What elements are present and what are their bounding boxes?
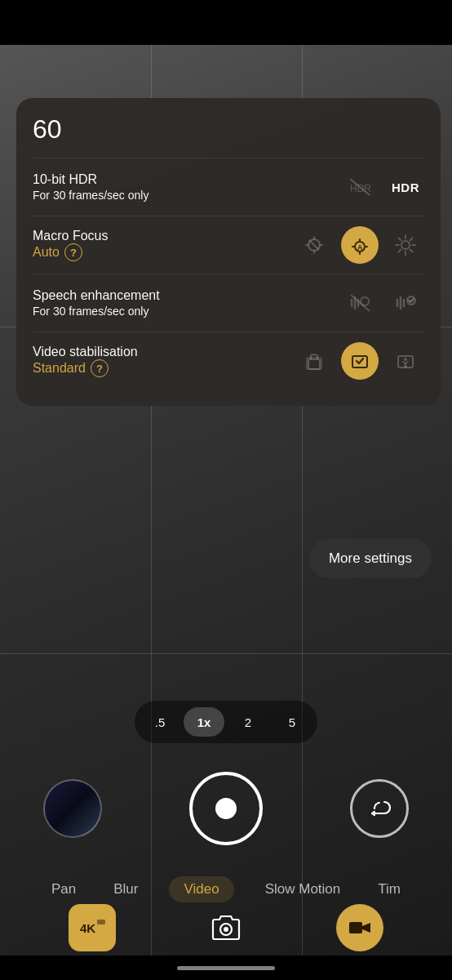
- svg-text:A: A: [357, 243, 363, 252]
- macro-focus-row: Macro Focus Auto ? A: [33, 216, 424, 274]
- stabilisation-off-btn[interactable]: [295, 342, 333, 380]
- camera-photo-icon: [208, 910, 244, 946]
- svg-point-18: [224, 927, 228, 932]
- svg-point-13: [404, 358, 407, 361]
- macro-settings-btn[interactable]: [387, 226, 424, 264]
- shutter-inner: [215, 798, 237, 819]
- status-bar: [0, 0, 452, 45]
- svg-point-5: [401, 241, 410, 249]
- resolution-badge: 4K: [69, 904, 116, 951]
- zoom-1x-btn[interactable]: 1x: [184, 707, 224, 737]
- mode-pan[interactable]: Pan: [45, 878, 82, 901]
- macro-focus-help[interactable]: ?: [64, 243, 82, 261]
- svg-rect-9: [308, 359, 320, 369]
- stabilisation-options: [295, 342, 424, 380]
- camera-controls: [0, 772, 452, 845]
- gallery-thumbnail[interactable]: [43, 779, 102, 838]
- flip-camera-button[interactable]: [350, 779, 409, 838]
- svg-text:4K: 4K: [80, 921, 95, 935]
- video-record-button[interactable]: [336, 904, 383, 951]
- fps-display: 60: [33, 114, 424, 145]
- speech-off-btn[interactable]: [341, 284, 379, 322]
- macro-auto-btn[interactable]: A: [341, 226, 379, 264]
- speech-options: [341, 284, 424, 322]
- hdr-options: HDR HDR: [341, 168, 424, 206]
- speech-enhancement-row: Speech enhancement For 30 frames/sec onl…: [33, 274, 424, 332]
- speech-label: Speech enhancement: [33, 288, 341, 303]
- mode-selector: Pan Blur Video Slow Motion Tim: [0, 876, 452, 902]
- stabilisation-active-btn[interactable]: [387, 342, 424, 380]
- zoom-0.5-btn[interactable]: .5: [140, 707, 180, 737]
- hdr-row: 10-bit HDR For 30 frames/sec only HDR HD…: [33, 158, 424, 216]
- zoom-2x-btn[interactable]: 2: [228, 707, 268, 737]
- stabilisation-label: Video stabilisation: [33, 345, 295, 359]
- macro-off-btn[interactable]: [295, 226, 333, 264]
- mode-blur[interactable]: Blur: [107, 878, 144, 901]
- 4k-icon: 4K: [74, 910, 110, 946]
- speech-subtitle: For 30 frames/sec only: [33, 305, 341, 318]
- macro-focus-options: A: [295, 226, 424, 264]
- hdr-off-btn[interactable]: HDR: [341, 168, 379, 206]
- speech-on-btn[interactable]: [387, 284, 424, 322]
- bottom-toolbar: 4K: [0, 904, 452, 951]
- hdr-subtitle: For 30 frames/sec only: [33, 189, 341, 202]
- stabilisation-standard-btn[interactable]: [341, 342, 379, 380]
- hdr-label: 10-bit HDR: [33, 172, 341, 187]
- video-stabilisation-row: Video stabilisation Standard ?: [33, 332, 424, 390]
- bottom-bar: [0, 956, 452, 980]
- more-settings-button[interactable]: More settings: [309, 539, 432, 578]
- home-indicator: [177, 966, 275, 970]
- zoom-controls: .5 1x 2 5: [135, 701, 317, 743]
- video-record-icon: [346, 914, 374, 942]
- macro-focus-value: Auto ?: [33, 243, 295, 261]
- shutter-button[interactable]: [189, 772, 263, 845]
- camera-photo-button[interactable]: [205, 906, 247, 949]
- flip-camera-icon: [365, 794, 394, 823]
- svg-rect-16: [97, 920, 105, 924]
- mode-slow-motion[interactable]: Slow Motion: [259, 878, 348, 901]
- settings-panel: 60 10-bit HDR For 30 frames/sec only HDR…: [16, 98, 441, 406]
- mode-video[interactable]: Video: [169, 876, 233, 902]
- mode-timelapse[interactable]: Tim: [371, 878, 407, 901]
- resolution-button[interactable]: 4K: [69, 904, 116, 951]
- hdr-on-btn[interactable]: HDR: [387, 168, 424, 206]
- zoom-5x-btn[interactable]: 5: [272, 707, 312, 737]
- stabilisation-help[interactable]: ?: [91, 359, 109, 377]
- stabilisation-value: Standard ?: [33, 359, 295, 377]
- macro-focus-label: Macro Focus: [33, 229, 295, 243]
